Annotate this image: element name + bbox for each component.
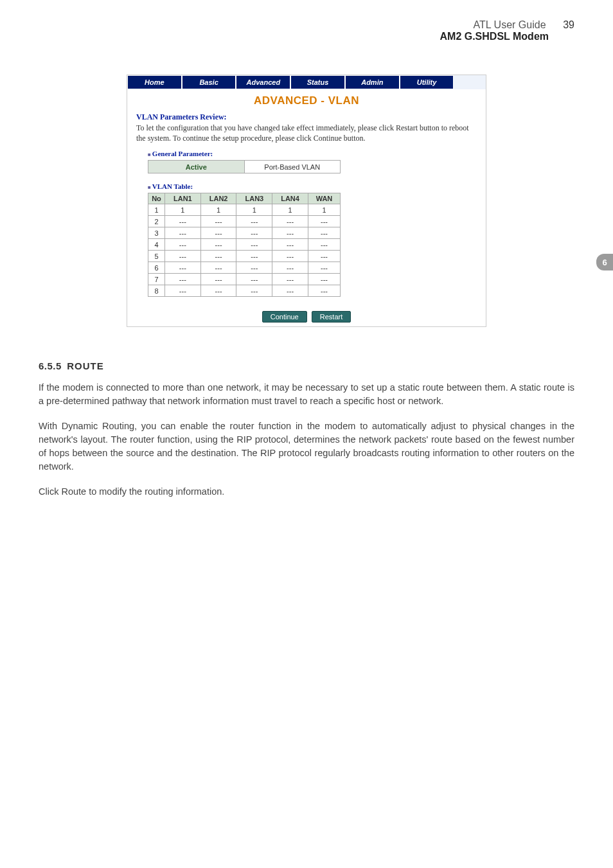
general-parameter-label: General Parameter:	[148, 150, 477, 157]
section-heading: 6.5.5 ROUTE	[39, 359, 574, 373]
nav-tab-basic[interactable]: Basic	[182, 75, 236, 89]
paragraph: If the modem is connected to more than o…	[39, 381, 574, 408]
screenshot-title: ADVANCED - VLAN	[127, 89, 486, 110]
th-lan3: LAN3	[236, 193, 272, 204]
param-value: Port-Based VLAN	[244, 161, 341, 173]
continue-button[interactable]: Continue	[262, 311, 307, 323]
section-number: 6.5.5	[39, 360, 62, 371]
review-heading: VLAN Parameters Review:	[136, 112, 477, 122]
th-lan1: LAN1	[165, 193, 201, 204]
th-wan: WAN	[308, 193, 340, 204]
nav-bar: Home Basic Advanced Status Admin Utility	[127, 75, 486, 89]
nav-tab-status[interactable]: Status	[290, 75, 345, 89]
embedded-screenshot: Home Basic Advanced Status Admin Utility…	[127, 75, 486, 327]
param-active: Active	[148, 161, 245, 173]
button-row: Continue Restart	[127, 305, 486, 326]
table-row: 6---------------	[148, 262, 341, 274]
table-row: 111111	[148, 204, 341, 216]
nav-tab-home[interactable]: Home	[127, 75, 182, 89]
nav-tab-admin[interactable]: Admin	[345, 75, 400, 89]
review-text: To let the configuration that you have c…	[136, 123, 477, 143]
restart-button[interactable]: Restart	[312, 311, 351, 323]
doc-subtitle: AM2 G.SHDSL Modem	[0, 31, 549, 42]
paragraph: Click Route to modify the routing inform…	[39, 485, 574, 499]
page-number: 39	[549, 19, 574, 31]
section-title: ROUTE	[67, 360, 104, 371]
document-body: 6.5.5 ROUTE If the modem is connected to…	[0, 327, 613, 499]
nav-tab-utility[interactable]: Utility	[400, 75, 454, 89]
general-parameter-table: Active Port-Based VLAN	[148, 160, 341, 173]
th-no: No	[148, 193, 165, 204]
vlan-table-label: VLAN Table:	[148, 182, 477, 190]
nav-spacer	[454, 75, 486, 89]
paragraph: With Dynamic Routing, you can enable the…	[39, 420, 574, 474]
table-row: 4---------------	[148, 239, 341, 251]
table-row: 2---------------	[148, 216, 341, 227]
page-header: ATL User Guide 39 AM2 G.SHDSL Modem	[0, 0, 613, 49]
vlan-header-row: No LAN1 LAN2 LAN3 LAN4 WAN	[148, 193, 341, 204]
doc-title: ATL User Guide	[474, 19, 546, 30]
nav-tab-advanced[interactable]: Advanced	[236, 75, 290, 89]
table-row: 3---------------	[148, 227, 341, 239]
th-lan2: LAN2	[200, 193, 236, 204]
vlan-table: No LAN1 LAN2 LAN3 LAN4 WAN 111111 2-----…	[148, 193, 341, 297]
chapter-tab: 6	[596, 254, 613, 270]
table-row: 5---------------	[148, 251, 341, 262]
table-row: 7---------------	[148, 274, 341, 285]
table-row: 8---------------	[148, 285, 341, 297]
th-lan4: LAN4	[272, 193, 308, 204]
